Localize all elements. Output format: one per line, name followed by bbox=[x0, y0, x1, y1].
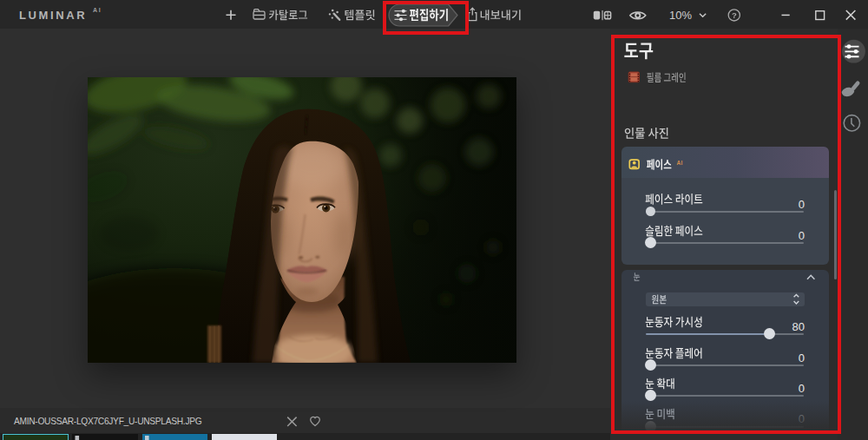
svg-text:?: ? bbox=[732, 10, 737, 20]
